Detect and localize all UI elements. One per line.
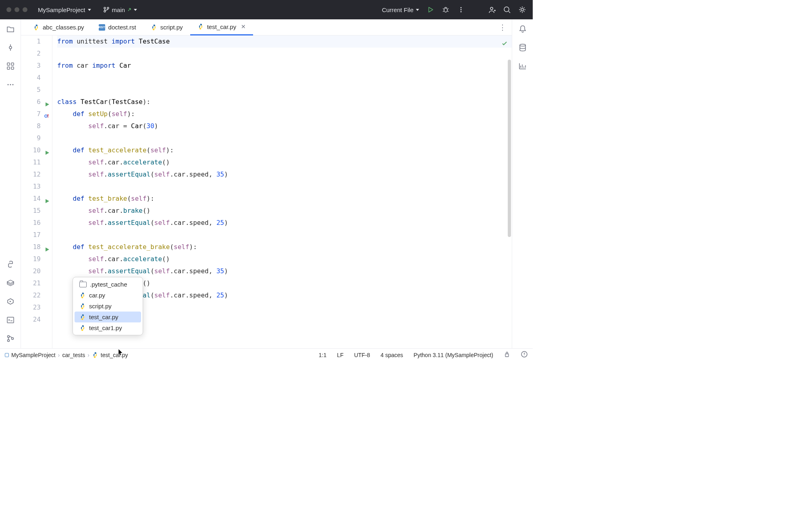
line-number[interactable]: 7 xyxy=(21,108,41,120)
popup-item[interactable]: test_car1.py xyxy=(75,322,141,333)
close-tab-icon[interactable]: ✕ xyxy=(241,23,246,30)
python-packages-icon[interactable] xyxy=(6,278,15,288)
code-line[interactable] xyxy=(57,132,512,144)
structure-tool-icon[interactable] xyxy=(6,61,15,71)
code-line[interactable]: def test_accelerate(self): xyxy=(57,144,512,156)
override-icon[interactable] xyxy=(44,111,50,123)
minimize-window[interactable] xyxy=(15,7,19,12)
problems-icon[interactable] xyxy=(521,351,528,359)
run-line-icon[interactable] xyxy=(45,99,50,111)
line-number[interactable]: 6 xyxy=(21,96,41,108)
code-line[interactable] xyxy=(57,84,512,96)
scrollbar-thumb[interactable] xyxy=(508,60,511,237)
tab-test-car[interactable]: test_car.py ✕ xyxy=(190,19,253,35)
caret-position[interactable]: 1:1 xyxy=(319,352,326,358)
line-number[interactable]: 22 xyxy=(21,289,41,301)
code-line[interactable]: self.assertEqual(self.car.speed, 25) xyxy=(57,217,512,229)
line-separator[interactable]: LF xyxy=(337,352,343,358)
scrollbar[interactable] xyxy=(507,52,512,348)
line-number[interactable]: 4 xyxy=(21,72,41,84)
line-number[interactable]: 18 xyxy=(21,241,41,253)
code-line[interactable]: class TestCar(TestCase): xyxy=(57,96,512,108)
code-line[interactable]: self.assertEqual(self.car.speed, 35) xyxy=(57,265,512,277)
breadcrumb-file[interactable]: test_car.py xyxy=(101,352,128,358)
code-line[interactable]: def setUp(self): xyxy=(57,108,512,120)
code-line[interactable] xyxy=(57,181,512,193)
svg-rect-20 xyxy=(7,317,14,323)
line-number[interactable]: 9 xyxy=(21,132,41,144)
close-window[interactable] xyxy=(6,7,11,12)
debug-button[interactable] xyxy=(442,6,450,14)
services-tool-icon[interactable] xyxy=(6,297,15,306)
search-everywhere-icon[interactable] xyxy=(503,6,511,14)
line-number[interactable]: 24 xyxy=(21,314,41,326)
commit-tool-icon[interactable] xyxy=(6,43,15,52)
indent-setting[interactable]: 4 spaces xyxy=(380,352,403,358)
line-number[interactable]: 19 xyxy=(21,253,41,265)
tab-doctest[interactable]: RST doctest.rst xyxy=(91,19,143,35)
version-control-tool-icon[interactable] xyxy=(6,334,15,343)
lock-icon[interactable] xyxy=(504,351,510,359)
code-with-me-icon[interactable] xyxy=(488,6,496,14)
code-line[interactable]: self.car.accelerate() xyxy=(57,156,512,168)
settings-icon[interactable] xyxy=(518,6,526,14)
breadcrumb-project[interactable]: MySampleProject xyxy=(11,352,56,358)
sciview-icon[interactable] xyxy=(518,61,527,71)
run-line-icon[interactable] xyxy=(45,195,50,208)
code-line[interactable]: self.car = Car(30) xyxy=(57,120,512,132)
code-line[interactable]: from car import Car xyxy=(57,60,512,72)
breadcrumb-folder[interactable]: car_tests xyxy=(62,352,85,358)
tab-abc-classes[interactable]: abc_classes.py xyxy=(26,19,91,35)
database-tool-icon[interactable] xyxy=(518,43,527,52)
line-number[interactable]: 12 xyxy=(21,168,41,181)
line-number[interactable]: 10 xyxy=(21,144,41,156)
vcs-branch[interactable]: main xyxy=(103,6,137,13)
line-number[interactable]: 20 xyxy=(21,265,41,277)
line-number[interactable]: 17 xyxy=(21,229,41,241)
code-line[interactable]: self.assertEqual(self.car.speed, 35) xyxy=(57,168,512,181)
line-number[interactable]: 3 xyxy=(21,60,41,72)
code-line[interactable]: def test_brake(self): xyxy=(57,193,512,205)
line-number[interactable]: 23 xyxy=(21,301,41,314)
inspection-ok-icon[interactable] xyxy=(501,39,508,51)
code-line[interactable]: from unittest import TestCase xyxy=(57,35,512,48)
file-encoding[interactable]: UTF-8 xyxy=(354,352,370,358)
run-line-icon[interactable] xyxy=(45,147,50,159)
tabs-menu-icon[interactable]: ⋮ xyxy=(499,23,506,32)
code-line[interactable]: def test_accelerate_brake(self): xyxy=(57,241,512,253)
maximize-window[interactable] xyxy=(23,7,27,12)
run-line-icon[interactable] xyxy=(45,244,50,256)
more-actions[interactable] xyxy=(457,6,465,14)
popup-item[interactable]: script.py xyxy=(75,301,141,312)
line-number[interactable]: 11 xyxy=(21,156,41,168)
code-line[interactable] xyxy=(57,229,512,241)
python-interpreter[interactable]: Python 3.11 (MySampleProject) xyxy=(413,352,493,358)
notifications-icon[interactable] xyxy=(518,24,527,34)
popup-item[interactable]: test_car.py xyxy=(75,312,141,322)
line-number[interactable]: 14 xyxy=(21,193,41,205)
line-number[interactable]: 15 xyxy=(21,205,41,217)
project-dropdown[interactable]: MySampleProject xyxy=(35,5,93,15)
code-line[interactable]: self.car.brake() xyxy=(57,205,512,217)
code-line[interactable] xyxy=(57,72,512,84)
run-button[interactable] xyxy=(426,6,434,14)
python-console-icon[interactable] xyxy=(6,260,15,269)
project-tool-icon[interactable] xyxy=(6,24,15,34)
line-number[interactable]: 8 xyxy=(21,120,41,132)
line-number[interactable]: 2 xyxy=(21,48,41,60)
popup-item[interactable]: car.py xyxy=(75,290,141,301)
python-icon xyxy=(197,23,204,30)
line-number[interactable]: 1 xyxy=(21,35,41,48)
popup-item[interactable]: .pytest_cache xyxy=(75,279,141,290)
terminal-tool-icon[interactable] xyxy=(6,315,15,325)
tab-script[interactable]: script.py xyxy=(143,19,190,35)
line-number[interactable]: 13 xyxy=(21,181,41,193)
more-tools-icon[interactable] xyxy=(6,80,15,89)
line-number[interactable]: 21 xyxy=(21,277,41,289)
line-number[interactable]: 16 xyxy=(21,217,41,229)
run-configuration[interactable]: Current File xyxy=(382,6,419,13)
branch-name: main xyxy=(112,6,125,13)
code-line[interactable] xyxy=(57,48,512,60)
code-line[interactable]: self.car.accelerate() xyxy=(57,253,512,265)
line-number[interactable]: 5 xyxy=(21,84,41,96)
